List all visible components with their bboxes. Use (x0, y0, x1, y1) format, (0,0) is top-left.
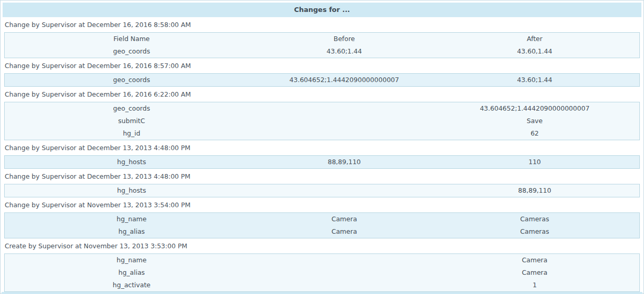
after-value-cell: 43.60;1.44 (430, 74, 639, 87)
changes-table: geo_coords 43.604652;1.4442090000000007 … (4, 73, 640, 87)
after-value-cell: 110 (430, 156, 639, 169)
change-section: Change by Supervisor at December 16, 201… (1, 58, 643, 87)
field-name-cell: geo_coords (5, 45, 259, 58)
table-row: hg_alias Camera (5, 266, 640, 279)
field-name-cell: hg_hosts (5, 156, 259, 169)
field-name-cell: hg_hosts (5, 184, 259, 197)
before-value-cell: Camera (258, 225, 430, 238)
change-sections: Change by Supervisor at December 16, 201… (1, 17, 643, 292)
field-name-cell: hg_alias (5, 225, 259, 238)
table-row: hg_name Camera (5, 254, 640, 267)
change-section: Change by Supervisor at November 13, 201… (1, 197, 643, 238)
table-row: geo_coords 43.604652;1.4442090000000007 … (5, 74, 640, 87)
table-row: hg_activate 1 (5, 279, 640, 292)
change-section-label: Change by Supervisor at December 13, 201… (1, 140, 643, 155)
change-section-label: Change by Supervisor at November 13, 201… (1, 197, 643, 212)
column-header-after: After (430, 33, 639, 46)
panel-title: Changes for ... (3, 3, 641, 17)
field-name-cell: geo_coords (5, 102, 259, 115)
change-section: Change by Supervisor at December 16, 201… (1, 87, 643, 140)
changes-panel: Changes for ... Change by Supervisor at … (0, 0, 644, 294)
table-row: hg_hosts 88,89,110 (5, 184, 640, 197)
after-value-cell: Camera (430, 254, 639, 267)
changes-table: hg_name Camera hg_alias Camera hg_activa… (4, 253, 640, 292)
change-section: Create by Supervisor at November 13, 201… (1, 238, 643, 292)
before-value-cell: 43.604652;1.4442090000000007 (258, 74, 430, 87)
footer-bar (2, 292, 642, 294)
before-value-cell: Camera (258, 213, 430, 226)
change-section-label: Create by Supervisor at November 13, 201… (1, 238, 643, 253)
change-section-label: Change by Supervisor at December 16, 201… (1, 17, 643, 32)
change-section-label: Change by Supervisor at December 13, 201… (1, 169, 643, 184)
table-row: hg_hosts 88,89,110 110 (5, 156, 640, 169)
before-value-cell (258, 266, 430, 279)
changes-table: geo_coords 43.604652;1.4442090000000007 … (4, 102, 640, 140)
field-name-cell: submitC (5, 115, 259, 127)
field-name-cell: hg_name (5, 254, 259, 267)
after-value-cell: 88,89,110 (430, 184, 639, 197)
change-section: Change by Supervisor at December 13, 201… (1, 140, 643, 169)
table-row: hg_id 62 (5, 127, 640, 140)
field-name-cell: hg_id (5, 127, 259, 140)
after-value-cell: Cameras (430, 213, 639, 226)
after-value-cell: Cameras (430, 225, 639, 238)
changes-table: hg_name Camera Cameras hg_alias Camera C… (4, 212, 640, 238)
field-name-cell: hg_activate (5, 279, 259, 292)
table-header-row: Field Name Before After (5, 33, 640, 46)
column-header-field: Field Name (5, 33, 259, 46)
before-value-cell (258, 115, 430, 127)
before-value-cell (258, 254, 430, 267)
after-value-cell: 62 (430, 127, 639, 140)
column-header-before: Before (258, 33, 430, 46)
after-value-cell: 43.604652;1.4442090000000007 (430, 102, 639, 115)
table-row: geo_coords 43.60;1.44 43.60,1.44 (5, 45, 640, 58)
change-section: Change by Supervisor at December 13, 201… (1, 169, 643, 197)
before-value-cell: 43.60;1.44 (258, 45, 430, 58)
changes-table: Field Name Before After geo_coords 43.60… (4, 32, 640, 58)
after-value-cell: 43.60,1.44 (430, 45, 639, 58)
table-row: submitC Save (5, 115, 640, 127)
after-value-cell: Save (430, 115, 639, 127)
changes-table: hg_hosts 88,89,110 (4, 184, 640, 197)
change-section-label: Change by Supervisor at December 16, 201… (1, 58, 643, 73)
after-value-cell: 1 (430, 279, 639, 292)
table-row: hg_alias Camera Cameras (5, 225, 640, 238)
table-row: hg_name Camera Cameras (5, 213, 640, 226)
changes-table: hg_hosts 88,89,110 110 (4, 155, 640, 169)
change-section-label: Change by Supervisor at December 16, 201… (1, 87, 643, 102)
before-value-cell (258, 127, 430, 140)
before-value-cell (258, 102, 430, 115)
before-value-cell (258, 184, 430, 197)
before-value-cell: 88,89,110 (258, 156, 430, 169)
change-section: Change by Supervisor at December 16, 201… (1, 17, 643, 58)
before-value-cell (258, 279, 430, 292)
field-name-cell: hg_name (5, 213, 259, 226)
field-name-cell: hg_alias (5, 266, 259, 279)
after-value-cell: Camera (430, 266, 639, 279)
table-row: geo_coords 43.604652;1.4442090000000007 (5, 102, 640, 115)
field-name-cell: geo_coords (5, 74, 259, 87)
